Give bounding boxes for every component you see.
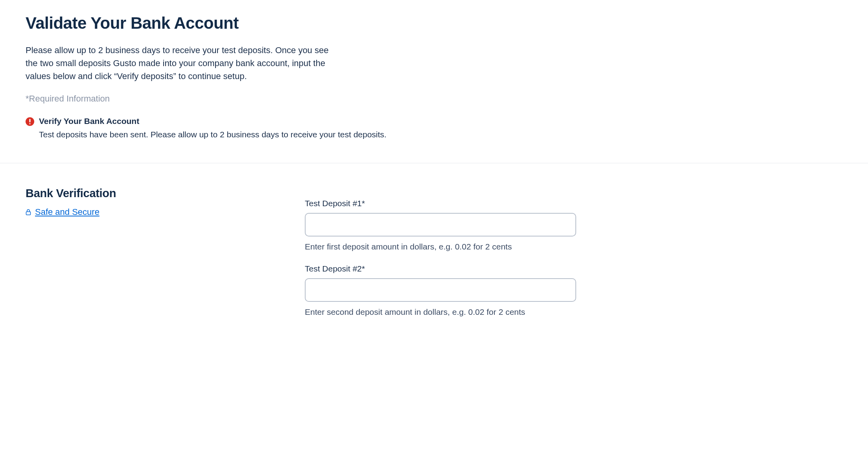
deposit1-helper: Enter first deposit amount in dollars, e… (305, 242, 842, 251)
deposit1-field-group: Test Deposit #1* Enter first deposit amo… (305, 199, 842, 251)
page-title: Validate Your Bank Account (26, 14, 842, 33)
alert-banner: Verify Your Bank Account (26, 116, 842, 126)
lock-icon (26, 209, 31, 215)
bank-verification-heading: Bank Verification (26, 187, 297, 200)
deposit2-field-group: Test Deposit #2* Enter second deposit am… (305, 264, 842, 317)
svg-rect-0 (29, 119, 31, 122)
deposit2-input[interactable] (305, 278, 576, 302)
alert-icon (26, 117, 34, 126)
svg-rect-2 (26, 212, 31, 215)
intro-paragraph: Please allow up to 2 business days to re… (26, 44, 340, 83)
alert-title: Verify Your Bank Account (39, 116, 139, 126)
alert-body-text: Test deposits have been sent. Please all… (39, 130, 842, 139)
deposit1-label: Test Deposit #1* (305, 199, 842, 208)
required-info-note: *Required Information (26, 94, 842, 104)
deposit1-input[interactable] (305, 213, 576, 236)
svg-point-1 (29, 123, 31, 124)
deposit2-label: Test Deposit #2* (305, 264, 842, 273)
deposit2-helper: Enter second deposit amount in dollars, … (305, 307, 842, 317)
safe-and-secure-link[interactable]: Safe and Secure (35, 207, 100, 217)
